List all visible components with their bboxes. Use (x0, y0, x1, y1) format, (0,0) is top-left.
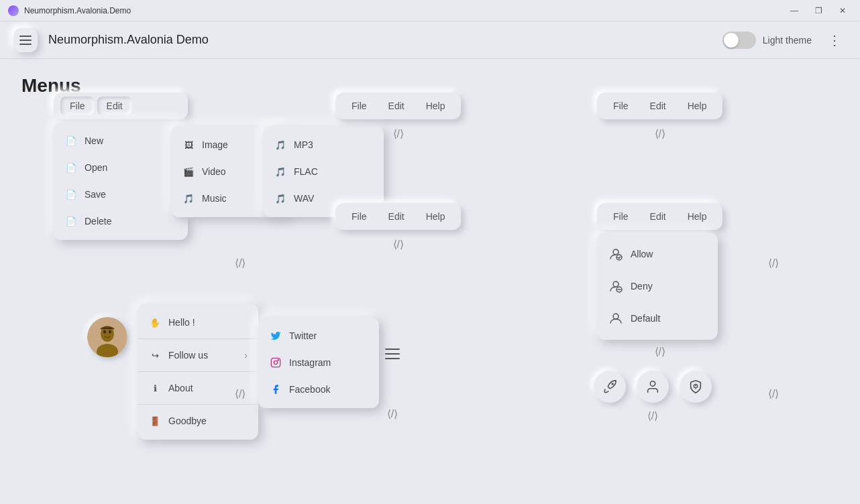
svg-point-17 (650, 381, 655, 386)
hamburger-menu-icon[interactable] (379, 340, 406, 367)
code-icon-5[interactable]: ⟨/⟩ (655, 346, 665, 357)
file-menu-panel: File Edit 📄 New › 📄 Open 📄 Save 📄 Delete (54, 92, 188, 240)
follow-arrow-icon: › (244, 350, 248, 361)
center-tab-edit[interactable]: Edit (379, 97, 414, 115)
context-item-goodbye[interactable]: 🚪 Goodbye (138, 407, 258, 434)
instagram-icon (269, 356, 282, 369)
menu-item-save[interactable]: 📄 Save (54, 181, 188, 208)
shield-button[interactable] (680, 371, 712, 403)
menu-item-open[interactable]: 📄 Open (54, 154, 188, 181)
svg-point-16 (612, 383, 613, 385)
submenu-item-wav-label: WAV (294, 193, 314, 204)
svg-point-15 (278, 360, 278, 361)
social-menu-panel: Twitter Instagram Facebo (258, 317, 379, 408)
code-icon-right-mid: ⟨/⟩ (768, 257, 779, 269)
mp3-icon: 🎵 (274, 138, 287, 151)
context-menu: ✋ Hello ! ↪ Follow us › ℹ About 🚪 Goodby… (138, 304, 258, 440)
code-icon-bot-left: ⟨/⟩ (235, 387, 246, 400)
app-title: Neumorphism.Avalonia Demo (48, 33, 722, 47)
info-icon: ℹ (148, 381, 162, 395)
default-icon (608, 310, 624, 326)
submenu-item-video-label: Video (202, 166, 226, 177)
perm-default[interactable]: Default (597, 302, 718, 334)
right-mid-file[interactable]: File (604, 207, 638, 226)
right-tab-file[interactable]: File (604, 97, 638, 115)
social-item-twitter[interactable]: Twitter (258, 322, 379, 349)
code-icon-3[interactable]: ⟨/⟩ (393, 239, 404, 250)
hamburger-icon (19, 36, 32, 45)
tab-file[interactable]: File (60, 97, 95, 115)
facebook-icon (269, 383, 282, 396)
submenu-item-image-label: Image (202, 139, 228, 150)
right-tab-edit[interactable]: Edit (641, 97, 676, 115)
divider-2 (138, 371, 258, 372)
social-item-twitter-label: Twitter (289, 330, 317, 341)
close-button[interactable]: ✕ (833, 4, 852, 17)
right-mid-edit[interactable]: Edit (641, 207, 676, 226)
center-mid-edit[interactable]: Edit (379, 207, 414, 226)
social-item-facebook[interactable]: Facebook (258, 376, 379, 403)
maximize-button[interactable]: ❐ (809, 4, 828, 17)
center-mid-file[interactable]: File (342, 207, 376, 226)
code-icon-mid-left: ⟨/⟩ (235, 257, 246, 269)
minimize-button[interactable]: — (785, 4, 804, 17)
menu-item-new[interactable]: 📄 New › (54, 127, 188, 154)
social-item-instagram[interactable]: Instagram (258, 349, 379, 376)
theme-toggle-area: Light theme (722, 32, 812, 49)
submenu-item-flac[interactable]: 🎵 FLAC (263, 158, 384, 185)
code-icon-1[interactable]: ⟨/⟩ (393, 128, 404, 139)
menu-item-delete[interactable]: 📄 Delete (54, 208, 188, 235)
svg-point-3 (613, 249, 619, 255)
perm-deny-label: Deny (631, 281, 653, 292)
code-icon-center-bot[interactable]: ⟨/⟩ (387, 408, 398, 420)
twitter-icon (269, 329, 282, 342)
person-button[interactable] (637, 371, 669, 403)
tab-edit[interactable]: Edit (97, 97, 132, 115)
icon-row-panel: ⟨/⟩ (594, 371, 712, 422)
context-item-follow[interactable]: ↪ Follow us › (138, 342, 258, 369)
more-options-button[interactable]: ⋮ (822, 28, 847, 52)
video-icon: 🎬 (182, 165, 195, 178)
code-icon-8[interactable]: ⟨/⟩ (768, 388, 779, 399)
svg-point-11 (103, 330, 106, 334)
sidebar-toggle-button[interactable] (13, 28, 38, 52)
perm-deny[interactable]: Deny (597, 270, 718, 302)
code-icon-7[interactable]: ⟨/⟩ (235, 388, 246, 399)
submenu-item-mp3-label: MP3 (294, 139, 313, 150)
code-icon-2[interactable]: ⟨/⟩ (655, 128, 665, 139)
submenu-item-flac-label: FLAC (294, 166, 318, 177)
file-edit-tabbar: File Edit (54, 92, 188, 119)
center-mid-help[interactable]: Help (417, 207, 455, 226)
toggle-knob (724, 33, 739, 48)
menubar-right-mid: File Edit Help Allow (597, 203, 722, 358)
submenu-item-music-label: Music (202, 193, 227, 204)
ham-line-3 (385, 358, 400, 359)
music-icon: 🎵 (182, 192, 195, 205)
app-header: Neumorphism.Avalonia Demo Light theme ⋮ (0, 21, 860, 59)
svg-rect-2 (19, 44, 32, 45)
svg-point-5 (613, 281, 619, 287)
code-icon-bot-right[interactable]: ⟨/⟩ (647, 410, 658, 422)
svg-rect-13 (271, 358, 280, 367)
right-tab-help[interactable]: Help (678, 97, 716, 115)
app-icon (8, 5, 19, 16)
svg-rect-1 (19, 40, 32, 41)
allow-icon (608, 246, 624, 262)
new-icon: 📄 (64, 134, 78, 147)
theme-toggle[interactable] (722, 32, 756, 49)
svg-point-14 (274, 361, 277, 364)
perm-allow[interactable]: Allow (597, 238, 718, 270)
rocket-button[interactable] (594, 371, 626, 403)
code-icon-6[interactable]: ⟨/⟩ (768, 257, 779, 269)
titlebar: Neumorphism.Avalonia.Demo — ❐ ✕ (0, 0, 860, 21)
context-item-hello[interactable]: ✋ Hello ! (138, 309, 258, 336)
divider-3 (138, 404, 258, 405)
social-menu: Twitter Instagram Facebo (258, 317, 379, 408)
center-top-tabbar: File Edit Help (335, 92, 461, 119)
right-mid-help[interactable]: Help (678, 207, 716, 226)
center-tab-file[interactable]: File (342, 97, 376, 115)
menu-item-new-label: New (85, 135, 103, 146)
code-icon-4[interactable]: ⟨/⟩ (235, 257, 246, 269)
flac-icon: 🎵 (274, 165, 287, 178)
center-tab-help[interactable]: Help (417, 97, 455, 115)
